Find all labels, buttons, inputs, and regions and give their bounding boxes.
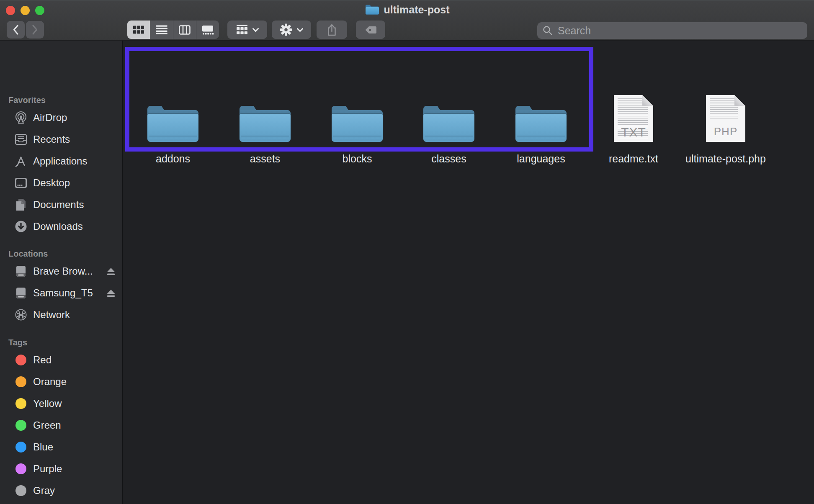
sidebar-tag-blue[interactable]: Blue: [0, 436, 122, 458]
section-header: Tags: [0, 336, 122, 349]
sidebar-item-network[interactable]: Network: [0, 304, 122, 326]
folder-item-languages[interactable]: languages: [495, 102, 587, 165]
file-type-badge: PHP: [706, 125, 745, 138]
drive-icon: [14, 286, 28, 300]
search-icon: [542, 25, 553, 36]
file-browser-area[interactable]: addons assets blocks classes languages T…: [123, 41, 814, 504]
tag-icon: [364, 25, 377, 35]
share-icon: [327, 23, 337, 36]
sidebar-item-downloads[interactable]: Downloads: [0, 216, 122, 237]
folder-item-blocks[interactable]: blocks: [311, 102, 403, 165]
folder-name: assets: [219, 153, 311, 165]
sidebar-item-label: Downloads: [33, 221, 83, 232]
sidebar-item-airdrop[interactable]: AirDrop: [0, 107, 122, 129]
sidebar-item-label: Red: [33, 354, 52, 366]
sidebar-tag-green[interactable]: Green: [0, 414, 122, 436]
folder-icon: [515, 106, 567, 142]
folder-name: addons: [127, 153, 219, 165]
window-title: ultimate-post: [0, 2, 814, 17]
sidebar-item-desktop[interactable]: Desktop: [0, 172, 122, 194]
sidebar-tag-gray[interactable]: Gray: [0, 480, 122, 501]
gallery-view-icon: [201, 25, 214, 35]
back-button[interactable]: [7, 21, 25, 39]
sidebar-item-label: Green: [33, 419, 61, 431]
red-tag-icon: [15, 355, 26, 365]
sidebar: Favorites AirDrop Recents Applications: [0, 41, 123, 504]
green-tag-icon: [15, 420, 26, 431]
column-view-icon: [179, 25, 191, 35]
php-file-icon: PHP: [706, 95, 745, 142]
folder-item-classes[interactable]: classes: [403, 102, 495, 165]
sidebar-item-label: Yellow: [33, 398, 62, 409]
locations-section: Locations Brave Brow... Samsung_T5: [0, 247, 122, 326]
sidebar-item-label: Orange: [33, 376, 67, 388]
folder-name: languages: [495, 153, 587, 165]
list-view-icon: [156, 25, 167, 35]
chevron-left-icon: [13, 24, 19, 35]
folder-item-addons[interactable]: addons: [127, 102, 219, 165]
drive-icon: [14, 265, 28, 278]
gray-tag-icon: [15, 485, 26, 496]
title-toolbar: ultimate-post: [0, 0, 814, 41]
sidebar-item-samsung-t5-drive[interactable]: Samsung_T5: [0, 282, 122, 304]
search-field[interactable]: [537, 22, 807, 39]
eject-icon[interactable]: [106, 289, 116, 298]
folder-name: classes: [403, 153, 495, 165]
documents-icon: [14, 198, 28, 211]
orange-tag-icon: [15, 376, 26, 387]
sidebar-item-label: Documents: [33, 199, 84, 211]
folder-icon: [423, 106, 474, 142]
section-header: Locations: [0, 247, 122, 260]
folder-icon: [240, 106, 291, 142]
globe-icon: [14, 308, 28, 321]
sidebar-item-brave-browser-drive[interactable]: Brave Brow...: [0, 260, 122, 282]
action-menu-button[interactable]: [272, 21, 311, 39]
gear-icon: [279, 23, 293, 36]
search-input[interactable]: [557, 24, 802, 37]
desktop-icon: [14, 176, 28, 190]
eject-icon[interactable]: [106, 267, 116, 276]
sidebar-tag-purple[interactable]: Purple: [0, 458, 122, 480]
forward-button[interactable]: [26, 21, 44, 39]
sidebar-item-label: Applications: [33, 155, 87, 167]
sidebar-item-label: Desktop: [33, 177, 70, 189]
share-button[interactable]: [317, 21, 347, 39]
file-item-readme[interactable]: TXT readme.txt: [587, 102, 680, 165]
sidebar-tag-yellow[interactable]: Yellow: [0, 393, 122, 414]
chevron-down-icon: [252, 28, 259, 32]
sidebar-item-label: Blue: [33, 441, 53, 453]
sidebar-tag-orange[interactable]: Orange: [0, 371, 122, 393]
gallery-view-button[interactable]: [196, 21, 219, 39]
sidebar-item-all-tags[interactable]: All Tags…: [0, 501, 122, 504]
list-view-button[interactable]: [150, 21, 173, 39]
finder-window: ultimate-post: [0, 0, 814, 504]
icon-view-button[interactable]: [127, 21, 150, 39]
tag-button[interactable]: [356, 21, 385, 39]
file-type-badge: TXT: [614, 125, 653, 139]
section-header: Favorites: [0, 93, 122, 107]
folder-item-assets[interactable]: assets: [219, 102, 311, 165]
file-name: ultimate-post.php: [680, 153, 772, 165]
sidebar-tag-red[interactable]: Red: [0, 349, 122, 371]
group-by-icon: [236, 24, 248, 35]
sidebar-item-documents[interactable]: Documents: [0, 194, 122, 216]
sidebar-item-label: Gray: [33, 485, 55, 496]
tags-section: Tags Red Orange Yellow Green Blue: [0, 336, 122, 504]
sidebar-item-label: Network: [33, 309, 70, 321]
airdrop-icon: [14, 111, 28, 124]
column-view-button[interactable]: [173, 21, 196, 39]
purple-tag-icon: [15, 463, 26, 474]
text-file-icon: TXT: [614, 95, 653, 142]
favorites-section: Favorites AirDrop Recents Applications: [0, 93, 122, 237]
sidebar-item-label: Purple: [33, 463, 62, 475]
sidebar-item-recents[interactable]: Recents: [0, 129, 122, 150]
sidebar-item-label: Recents: [33, 134, 70, 145]
chevron-right-icon: [32, 24, 38, 35]
sidebar-item-label: Brave Brow...: [33, 265, 93, 277]
folder-icon: [147, 106, 198, 142]
group-by-button[interactable]: [227, 21, 267, 39]
view-mode-switcher: [127, 21, 219, 39]
file-item-ultimate-post-php[interactable]: PHP ultimate-post.php: [680, 102, 772, 165]
sidebar-item-applications[interactable]: Applications: [0, 150, 122, 172]
sidebar-item-label: AirDrop: [33, 112, 67, 123]
